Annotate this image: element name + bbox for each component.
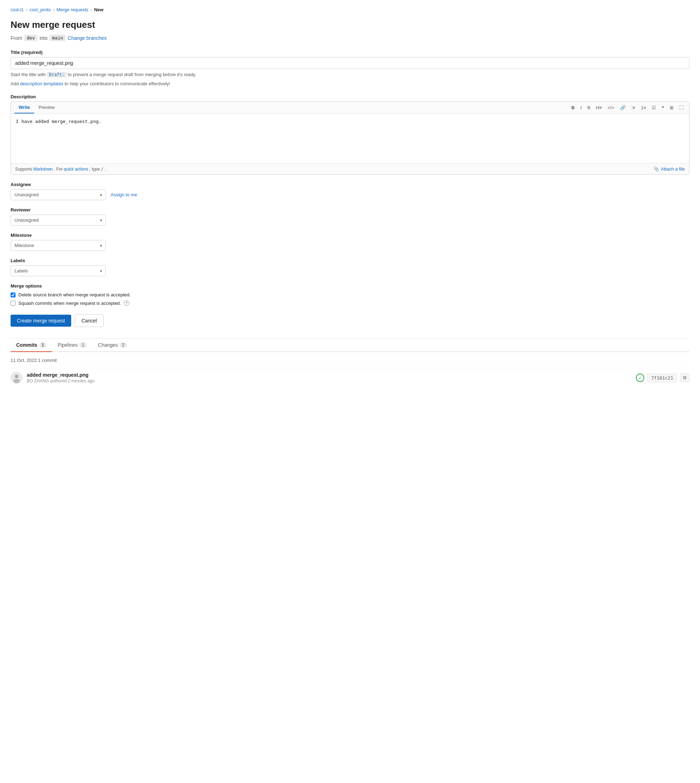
from-branch: dev: [24, 35, 37, 41]
assignee-row: Unassigned ▾ Assign to me: [10, 189, 690, 200]
helper-prefix: Start the title with: [10, 72, 46, 77]
attach-icon: 📎: [653, 166, 659, 172]
helper-add-suffix: to help your contributors to communicate…: [65, 81, 170, 86]
tab-changes[interactable]: Changes 2: [92, 339, 133, 352]
tab-commits-badge: 1: [39, 342, 47, 348]
breadcrumb-csst-proto[interactable]: csst_proto: [30, 7, 51, 12]
toolbar-strikethrough[interactable]: S: [585, 104, 592, 112]
tab-changes-badge: 2: [120, 342, 127, 348]
breadcrumb-sep-3: ›: [91, 7, 92, 12]
toolbar-code[interactable]: </>: [606, 104, 616, 112]
footer-type-label: , type: [90, 167, 101, 172]
page-title: New merge request: [10, 19, 690, 30]
tab-pipelines-label: Pipelines: [58, 342, 78, 348]
tab-commits-label: Commits: [16, 342, 37, 348]
cancel-button[interactable]: Cancel: [75, 314, 103, 327]
tab-preview[interactable]: Preview: [34, 102, 59, 113]
toolbar-numbered-list[interactable]: 1≡: [639, 104, 648, 112]
labels-label: Labels: [10, 258, 690, 263]
into-branch: main: [50, 35, 65, 41]
reviewer-label: Reviewer: [10, 207, 690, 213]
helper-suffix: to prevent a merge request draft from me…: [68, 72, 196, 77]
squash-help-icon[interactable]: ?: [124, 300, 129, 306]
labels-select-wrapper: Labels ▾: [10, 265, 106, 276]
editor-footer: Supports Markdown . For quick actions , …: [11, 163, 689, 175]
editor-toolbar: B I S H≡ </> 🔗 ⁚≡ 1≡ ☑ ❝ ⊞ ⛶: [570, 103, 685, 113]
assignee-group: Assignee Unassigned ▾ Assign to me: [10, 182, 690, 200]
delete-source-label: Delete source branch when merge request …: [18, 292, 131, 297]
squash-commits-row: Squash commits when merge request is acc…: [10, 300, 690, 306]
labels-group: Labels Labels ▾: [10, 258, 690, 276]
svg-point-2: [13, 379, 20, 383]
breadcrumb-merge-requests[interactable]: Merge requests: [57, 7, 88, 12]
toolbar-bullet-list[interactable]: ⁚≡: [630, 104, 637, 112]
milestone-select[interactable]: Milestone: [10, 240, 106, 251]
commit-message: added merge_request.png: [27, 372, 632, 378]
labels-select[interactable]: Labels: [10, 265, 106, 276]
tab-commits[interactable]: Commits 1: [10, 339, 52, 352]
markdown-link[interactable]: Markdown: [33, 167, 53, 172]
toolbar-link[interactable]: 🔗: [618, 104, 627, 112]
description-input[interactable]: I have added merge_request.png.: [11, 114, 689, 163]
footer-md-label: Supports: [15, 167, 33, 172]
commit-author: BO ZHANG: [27, 378, 49, 383]
toolbar-fullscreen[interactable]: ⛶: [677, 104, 685, 112]
reviewer-select[interactable]: Unassigned: [10, 215, 106, 225]
breadcrumb-csst-l1[interactable]: csst-l1: [10, 7, 24, 12]
commit-hash: 7f181c21: [647, 373, 677, 382]
assign-me-link[interactable]: Assign to me: [111, 192, 137, 197]
description-templates-link[interactable]: description templates: [20, 81, 63, 86]
check-icon: ✓: [636, 373, 644, 382]
milestone-group: Milestone Milestone ▾: [10, 233, 690, 251]
helper-add: Add: [10, 81, 19, 86]
assignee-select-wrapper: Unassigned ▾: [10, 189, 106, 200]
tabs-row: Commits 1 Pipelines 1 Changes 2: [10, 339, 690, 352]
breadcrumb-current: New: [94, 7, 103, 12]
toolbar-bold[interactable]: B: [570, 104, 576, 112]
action-buttons: Create merge request Cancel: [10, 314, 690, 327]
toolbar-italic[interactable]: I: [579, 104, 584, 112]
commits-date-header: 11 Oct, 2022 1 commit: [10, 358, 690, 363]
squash-commits-checkbox[interactable]: [10, 301, 15, 305]
attach-label: Attach a file: [661, 166, 685, 172]
description-section: Description Write Preview B I S H≡ </> 🔗…: [10, 94, 690, 175]
toolbar-task-list[interactable]: ☑: [650, 104, 658, 112]
avatar: [10, 372, 23, 384]
title-group: Title (required) Start the title with Dr…: [10, 50, 690, 87]
commit-time-label: authored 2 minutes ago: [50, 378, 95, 383]
tab-pipelines-badge: 1: [79, 342, 87, 348]
toolbar-table[interactable]: ⊞: [668, 104, 675, 112]
toolbar-quote[interactable]: ❝: [660, 104, 666, 112]
draft-badge: Draft:: [47, 72, 66, 78]
squash-commits-label: Squash commits when merge request is acc…: [18, 301, 121, 306]
change-branches-link[interactable]: Change branches: [68, 35, 107, 41]
commit-status: ✓ 7f181c21 ⧉: [636, 373, 690, 382]
slash-key: /: [101, 167, 103, 172]
editor-tabs-bar: Write Preview B I S H≡ </> 🔗 ⁚≡ 1≡ ☑ ❝ ⊞…: [11, 102, 689, 114]
tab-write[interactable]: Write: [15, 102, 34, 113]
create-merge-request-button[interactable]: Create merge request: [10, 315, 71, 327]
attach-file-button[interactable]: 📎 Attach a file: [653, 166, 685, 172]
breadcrumb-sep-1: ›: [26, 7, 27, 12]
milestone-label: Milestone: [10, 233, 690, 238]
breadcrumb-sep-2: ›: [53, 7, 54, 12]
from-label: From: [10, 35, 22, 41]
breadcrumb: csst-l1 › csst_proto › Merge requests › …: [10, 7, 690, 12]
footer-dot: .: [105, 167, 106, 172]
tab-pipelines[interactable]: Pipelines 1: [52, 339, 93, 352]
helper-text-1: Start the title with Draft: to prevent a…: [10, 71, 690, 78]
commit-meta: BO ZHANG authored 2 minutes ago: [27, 378, 632, 383]
copy-hash-button[interactable]: ⧉: [680, 373, 690, 382]
toolbar-heading[interactable]: H≡: [594, 104, 604, 112]
footer-qa-label: . For: [54, 167, 64, 172]
tabs-section: Commits 1 Pipelines 1 Changes 2 11 Oct, …: [10, 338, 690, 387]
svg-point-1: [15, 375, 18, 378]
assignee-select[interactable]: Unassigned: [10, 189, 106, 200]
footer-support-text: Supports Markdown . For quick actions , …: [15, 167, 106, 172]
reviewer-select-wrapper: Unassigned ▾: [10, 215, 106, 225]
title-input[interactable]: [10, 57, 690, 69]
delete-source-checkbox[interactable]: [10, 293, 15, 297]
merge-options-label: Merge options: [10, 283, 690, 288]
delete-source-row: Delete source branch when merge request …: [10, 292, 690, 297]
quick-actions-link[interactable]: quick actions: [64, 167, 88, 172]
